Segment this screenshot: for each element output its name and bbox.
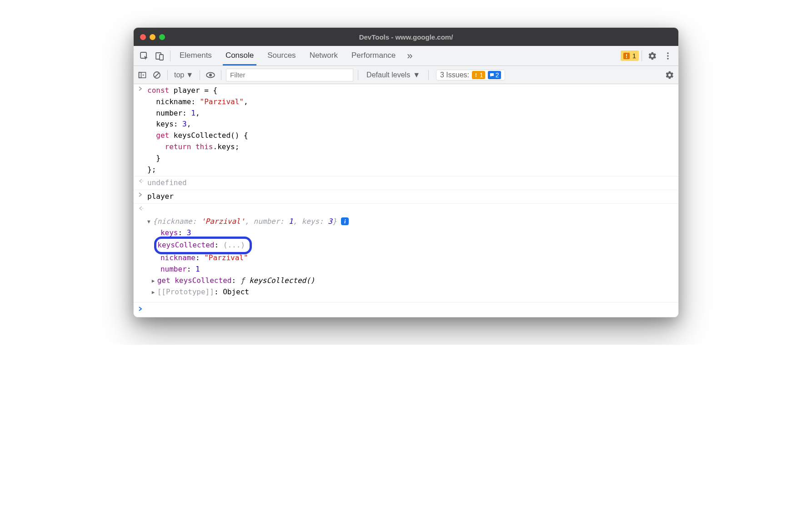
log-levels-selector[interactable]: Default levels ▼ <box>363 71 424 79</box>
message-icon <box>490 73 494 77</box>
filter-input[interactable] <box>226 69 353 81</box>
input-chevron-icon <box>138 191 147 202</box>
tab-sources[interactable]: Sources <box>265 46 298 66</box>
tab-console[interactable]: Console <box>223 46 256 66</box>
separator <box>167 70 168 80</box>
output-chevron-icon <box>138 177 147 189</box>
svg-point-6 <box>667 52 669 54</box>
svg-line-12 <box>155 73 159 77</box>
expand-toggle-icon[interactable]: ▶ <box>152 288 157 296</box>
invoke-getter[interactable]: (...) <box>223 241 245 249</box>
clear-console-icon[interactable] <box>151 69 163 81</box>
code-content: const player = { nickname: "Parzival", n… <box>147 85 674 175</box>
separator <box>170 50 170 61</box>
device-toolbar-icon[interactable] <box>153 50 166 62</box>
property-key[interactable]: [[Prototype]] <box>157 287 214 296</box>
main-tabs-bar: Elements Console Sources Network Perform… <box>134 46 678 66</box>
expand-toggle-icon[interactable]: ▶ <box>152 277 157 285</box>
window-title: DevTools - www.google.com/ <box>134 33 678 41</box>
settings-icon[interactable] <box>646 50 659 62</box>
console-input-row[interactable]: const player = { nickname: "Parzival", n… <box>134 84 678 176</box>
console-input-row[interactable]: player <box>134 190 678 204</box>
svg-rect-2 <box>160 55 163 60</box>
minimize-window-button[interactable] <box>150 34 155 40</box>
property-value: Object <box>223 287 249 296</box>
execution-context-selector[interactable]: top ▼ <box>172 71 195 79</box>
output-chevron-icon <box>138 205 147 297</box>
separator <box>221 70 221 80</box>
warning-icon <box>474 73 478 77</box>
collapse-toggle-icon[interactable]: ▼ <box>147 218 153 226</box>
console-output-row: undefined <box>134 176 678 190</box>
chevron-down-icon: ▼ <box>413 71 420 79</box>
object-output: ▼{nickname: 'Parzival', number: 1, keys:… <box>147 205 674 297</box>
svg-rect-16 <box>476 76 476 77</box>
separator <box>428 70 429 80</box>
panel-tabs: Elements Console Sources Network Perform… <box>173 46 402 66</box>
property-value: "Parzival" <box>204 253 248 262</box>
undefined-output: undefined <box>147 177 674 189</box>
context-label: top <box>174 71 184 79</box>
console-output-row: ▼{nickname: 'Parzival', number: 1, keys:… <box>134 204 678 302</box>
property-value: keysCollected() <box>245 276 315 285</box>
prompt-input[interactable] <box>147 305 674 312</box>
svg-point-7 <box>667 55 669 57</box>
tab-performance[interactable]: Performance <box>349 46 398 66</box>
svg-rect-4 <box>626 54 627 56</box>
svg-point-8 <box>667 58 669 60</box>
property-value: 1 <box>195 265 200 273</box>
kebab-menu-icon[interactable] <box>662 50 674 62</box>
code-content: player <box>147 191 674 202</box>
console-log-area: const player = { nickname: "Parzival", n… <box>134 84 678 317</box>
console-settings-icon[interactable] <box>664 69 676 81</box>
property-value: 3 <box>187 228 191 237</box>
property-key[interactable]: nickname <box>160 253 195 262</box>
issues-warn-badge: 1 <box>472 71 485 79</box>
svg-rect-9 <box>139 72 146 78</box>
chevron-down-icon: ▼ <box>186 71 193 79</box>
issues-button[interactable]: 3 Issues: 1 2 <box>436 70 505 81</box>
function-icon: ƒ <box>241 276 245 285</box>
levels-label: Default levels <box>366 71 410 79</box>
toggle-sidebar-icon[interactable] <box>136 69 148 81</box>
svg-rect-5 <box>626 57 627 58</box>
warnings-count: 1 <box>632 52 636 60</box>
svg-point-18 <box>142 208 143 209</box>
svg-rect-15 <box>476 73 476 76</box>
console-prompt[interactable] <box>134 302 678 317</box>
inspect-element-icon[interactable] <box>138 50 150 62</box>
property-key[interactable]: get keysCollected <box>157 276 232 285</box>
prompt-chevron-icon <box>138 305 147 312</box>
property-key[interactable]: number <box>160 265 187 273</box>
console-toolbar: top ▼ Default levels ▼ 3 Issues: 1 2 <box>134 66 678 84</box>
separator <box>358 70 358 80</box>
separator <box>200 70 200 80</box>
tab-network[interactable]: Network <box>307 46 341 66</box>
separator <box>642 50 642 61</box>
input-chevron-icon <box>138 85 147 175</box>
svg-point-17 <box>142 181 143 181</box>
property-key[interactable]: keysCollected <box>157 241 214 249</box>
maximize-window-button[interactable] <box>159 34 165 40</box>
more-tabs-icon[interactable]: » <box>403 50 416 62</box>
warnings-badge[interactable]: 1 <box>621 50 639 61</box>
close-window-button[interactable] <box>140 34 146 40</box>
highlighted-getter: keysCollected: (...) <box>154 237 252 254</box>
window-controls <box>134 34 165 40</box>
svg-rect-10 <box>139 72 141 78</box>
property-key[interactable]: keys <box>160 228 178 237</box>
issues-info-badge: 2 <box>488 71 501 79</box>
svg-point-14 <box>209 74 212 76</box>
tab-elements[interactable]: Elements <box>177 46 215 66</box>
titlebar: DevTools - www.google.com/ <box>134 28 678 46</box>
warning-icon <box>623 53 630 59</box>
live-expression-icon[interactable] <box>205 69 216 81</box>
issues-label: 3 Issues: <box>440 71 469 79</box>
info-icon[interactable]: i <box>341 217 349 225</box>
devtools-window: DevTools - www.google.com/ Elements Cons… <box>133 27 679 317</box>
